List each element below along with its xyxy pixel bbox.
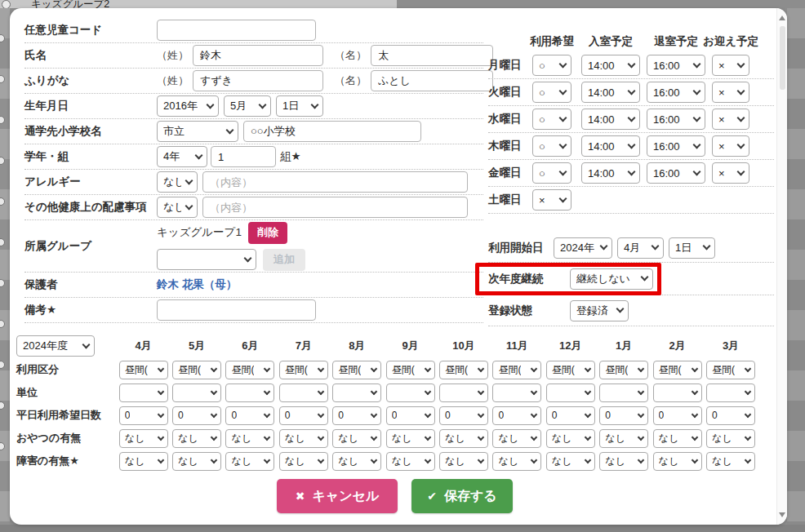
usage-type-select[interactable]: 昼間( [546, 361, 595, 379]
weekday-count-select[interactable]: 0 [599, 406, 648, 425]
start-day-select[interactable]: 1日 [669, 237, 715, 259]
snack-select[interactable]: なし [225, 429, 274, 448]
usage-type-select[interactable]: 昼間( [279, 361, 328, 379]
class-input[interactable] [211, 146, 276, 167]
usage-wish-select[interactable]: ○ [532, 109, 572, 130]
exit-time-select[interactable]: 16:00 [647, 162, 705, 184]
usage-type-select[interactable]: 昼間( [119, 361, 168, 379]
exit-time-select[interactable]: 16:00 [647, 82, 705, 103]
unit-select[interactable] [439, 383, 488, 402]
school-type-select[interactable]: 市立 [157, 121, 238, 142]
snack-select[interactable]: なし [279, 429, 328, 448]
snack-select[interactable]: なし [546, 429, 595, 448]
allergy-detail-input[interactable] [202, 171, 468, 193]
sei-input[interactable] [193, 45, 323, 66]
pickup-select[interactable]: × [712, 55, 749, 76]
allergy-select[interactable]: なし [157, 171, 198, 193]
pickup-select[interactable]: × [712, 109, 749, 130]
weekday-count-select[interactable]: 0 [172, 406, 221, 425]
group-add-select[interactable] [157, 249, 256, 270]
snack-select[interactable]: なし [706, 429, 755, 448]
scroll-down-icon[interactable] [779, 512, 785, 517]
unit-select[interactable] [332, 383, 381, 402]
unit-select[interactable] [386, 383, 435, 402]
health-detail-input[interactable] [202, 197, 468, 218]
entry-time-select[interactable]: 14:00 [581, 55, 640, 76]
disability-select[interactable]: なし [492, 452, 541, 471]
weekday-count-select[interactable]: 0 [279, 406, 328, 425]
scrollbar-thumb[interactable] [780, 26, 785, 90]
weekday-count-select[interactable]: 0 [332, 406, 381, 425]
child-code-input[interactable] [157, 20, 316, 41]
usage-type-select[interactable]: 昼間( [386, 361, 435, 379]
weekday-count-select[interactable]: 0 [386, 406, 435, 425]
birth-day-select[interactable]: 1日 [276, 95, 323, 117]
usage-wish-select[interactable]: ○ [532, 162, 572, 184]
mei-input[interactable] [371, 45, 493, 66]
disability-select[interactable]: なし [279, 452, 328, 471]
pickup-select[interactable]: × [712, 162, 749, 184]
usage-type-select[interactable]: 昼間( [439, 361, 488, 379]
unit-select[interactable] [225, 383, 274, 402]
snack-select[interactable]: なし [386, 429, 435, 448]
fiscal-year-select[interactable]: 2024年度 [16, 335, 95, 357]
exit-time-select[interactable]: 16:00 [647, 135, 705, 157]
start-year-select[interactable]: 2024年 [554, 237, 612, 259]
disability-select[interactable]: なし [706, 452, 755, 471]
pickup-select[interactable]: × [712, 135, 749, 157]
guardian-link[interactable]: 鈴木 花果（母） [157, 277, 237, 292]
cancel-button[interactable]: ✖ キャンセル [277, 479, 398, 513]
usage-type-select[interactable]: 昼間( [599, 361, 648, 379]
unit-select[interactable] [279, 383, 328, 402]
weekday-count-select[interactable]: 0 [119, 406, 168, 425]
unit-select[interactable] [119, 383, 168, 402]
unit-select[interactable] [653, 383, 702, 402]
weekday-count-select[interactable]: 0 [546, 406, 595, 425]
weekday-count-select[interactable]: 0 [225, 406, 274, 425]
furigana-mei-input[interactable] [371, 70, 493, 91]
snack-select[interactable]: なし [653, 429, 702, 448]
entry-time-select[interactable]: 14:00 [581, 109, 640, 130]
usage-type-select[interactable]: 昼間( [332, 361, 381, 379]
disability-select[interactable]: なし [546, 452, 595, 471]
usage-wish-select[interactable]: ○ [532, 55, 572, 76]
usage-type-select[interactable]: 昼間( [706, 361, 755, 379]
birth-month-select[interactable]: 5月 [224, 95, 271, 117]
disability-select[interactable]: なし [225, 452, 274, 471]
usage-wish-select[interactable]: ○ [532, 82, 572, 103]
delete-group-button[interactable]: 削除 [248, 222, 287, 244]
snack-select[interactable]: なし [492, 429, 541, 448]
disability-select[interactable]: なし [332, 452, 381, 471]
snack-select[interactable]: なし [119, 429, 168, 448]
reg-status-select[interactable]: 登録済 [570, 300, 629, 321]
disability-select[interactable]: なし [386, 452, 435, 471]
weekday-count-select[interactable]: 0 [653, 406, 702, 425]
snack-select[interactable]: なし [332, 429, 381, 448]
pickup-select[interactable]: × [712, 82, 749, 103]
usage-type-select[interactable]: 昼間( [172, 361, 221, 379]
usage-wish-select[interactable]: × [532, 189, 572, 211]
school-name-input[interactable] [243, 121, 421, 142]
usage-type-select[interactable]: 昼間( [225, 361, 274, 379]
usage-type-select[interactable]: 昼間( [492, 361, 541, 379]
entry-time-select[interactable]: 14:00 [581, 135, 640, 157]
snack-select[interactable]: なし [599, 429, 648, 448]
disability-select[interactable]: なし [599, 452, 648, 471]
disability-select[interactable]: なし [653, 452, 702, 471]
entry-time-select[interactable]: 14:00 [581, 162, 640, 184]
scroll-up-icon[interactable] [779, 16, 785, 20]
next-year-select[interactable]: 継続しない [570, 268, 653, 290]
unit-select[interactable] [546, 383, 595, 402]
grade-select[interactable]: 4年 [157, 146, 207, 167]
snack-select[interactable]: なし [439, 429, 488, 448]
disability-select[interactable]: なし [119, 452, 168, 471]
unit-select[interactable] [706, 383, 755, 402]
unit-select[interactable] [599, 383, 648, 402]
weekday-count-select[interactable]: 0 [706, 406, 755, 425]
weekday-count-select[interactable]: 0 [492, 406, 541, 425]
health-select[interactable]: なし [157, 197, 198, 218]
exit-time-select[interactable]: 16:00 [647, 55, 705, 76]
usage-wish-select[interactable]: ○ [532, 135, 572, 157]
start-month-select[interactable]: 4月 [617, 237, 664, 259]
furigana-sei-input[interactable] [193, 70, 323, 91]
